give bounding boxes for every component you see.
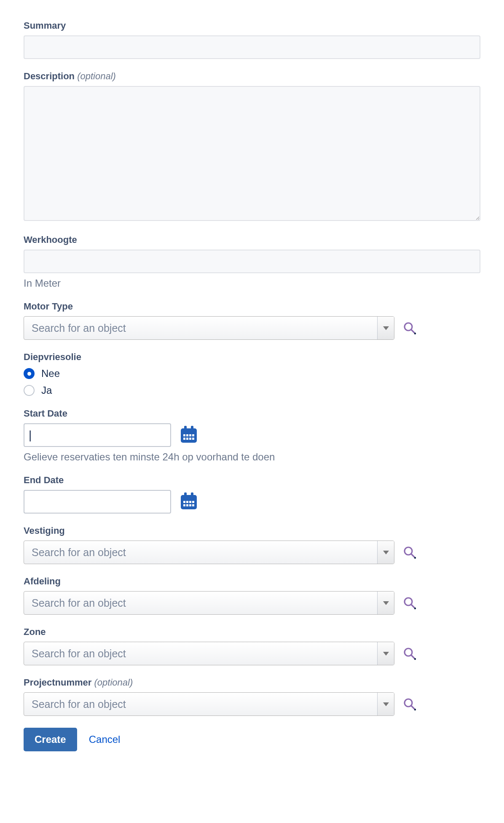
vestiging-field: Vestiging Search for an object (24, 525, 480, 564)
radio-unselected-icon (24, 385, 35, 396)
chevron-down-icon[interactable] (377, 592, 394, 614)
svg-rect-13 (192, 438, 194, 440)
werkhoogte-label: Werkhoogte (24, 234, 480, 245)
vestiging-label: Vestiging (24, 525, 480, 536)
svg-line-35 (411, 706, 414, 709)
chevron-down-icon[interactable] (377, 642, 394, 665)
svg-point-27 (414, 557, 416, 559)
projectnummer-select[interactable]: Search for an object (24, 692, 394, 716)
svg-rect-3 (181, 428, 197, 443)
description-textarea[interactable] (24, 86, 480, 221)
diepvriesolie-field: Diepvriesolie Nee Ja (24, 352, 480, 396)
create-button[interactable]: Create (24, 728, 77, 751)
end-date-field: End Date (24, 475, 480, 514)
motor-type-search-icon[interactable] (401, 320, 418, 336)
vestiging-placeholder: Search for an object (24, 541, 377, 564)
svg-line-1 (411, 330, 414, 333)
zone-field: Zone Search for an object (24, 627, 480, 665)
zone-placeholder: Search for an object (24, 642, 377, 665)
text-cursor: | (28, 424, 32, 446)
chevron-down-icon[interactable] (377, 317, 394, 339)
description-label: Description (optional) (24, 71, 480, 82)
svg-rect-5 (191, 426, 193, 430)
afdeling-select[interactable]: Search for an object (24, 591, 394, 615)
afdeling-label: Afdeling (24, 576, 480, 587)
svg-rect-16 (191, 492, 193, 497)
svg-rect-22 (186, 504, 188, 506)
svg-rect-20 (192, 501, 194, 503)
svg-rect-12 (189, 438, 191, 440)
svg-rect-24 (192, 504, 194, 506)
end-date-calendar-icon[interactable] (179, 491, 199, 513)
diepvriesolie-option-ja[interactable]: Ja (24, 385, 480, 396)
motor-type-label: Motor Type (24, 301, 480, 312)
motor-type-field: Motor Type Search for an object (24, 301, 480, 340)
radio-selected-icon (24, 368, 35, 379)
projectnummer-label: Projectnummer (optional) (24, 677, 480, 688)
description-optional: (optional) (77, 71, 116, 81)
chevron-down-icon[interactable] (377, 693, 394, 715)
diepvriesolie-label: Diepvriesolie (24, 352, 480, 363)
start-date-input[interactable]: | (24, 423, 171, 447)
svg-point-2 (414, 333, 416, 334)
werkhoogte-input[interactable] (24, 250, 480, 273)
summary-label: Summary (24, 20, 480, 31)
vestiging-search-icon[interactable] (401, 544, 418, 561)
form-actions: Create Cancel (24, 728, 480, 751)
description-label-text: Description (24, 71, 75, 81)
projectnummer-search-icon[interactable] (401, 696, 418, 713)
start-date-help: Gelieve reservaties ten minste 24h op vo… (24, 451, 480, 463)
svg-line-29 (411, 605, 414, 608)
diepvriesolie-nee-label: Nee (41, 368, 60, 379)
start-date-field: Start Date | (24, 408, 480, 463)
start-date-label: Start Date (24, 408, 480, 419)
motor-type-placeholder: Search for an object (24, 317, 377, 339)
svg-rect-4 (184, 426, 187, 430)
diepvriesolie-ja-label: Ja (41, 385, 52, 396)
projectnummer-optional: (optional) (94, 677, 133, 688)
svg-rect-21 (183, 504, 185, 506)
werkhoogte-field: Werkhoogte In Meter (24, 234, 480, 289)
end-date-label: End Date (24, 475, 480, 486)
svg-rect-11 (186, 438, 188, 440)
motor-type-select[interactable]: Search for an object (24, 316, 394, 340)
vestiging-select[interactable]: Search for an object (24, 541, 394, 564)
svg-point-33 (414, 658, 416, 660)
svg-point-36 (414, 709, 416, 710)
cancel-button[interactable]: Cancel (86, 728, 123, 751)
svg-rect-9 (192, 434, 194, 436)
projectnummer-placeholder: Search for an object (24, 693, 377, 715)
werkhoogte-help: In Meter (24, 277, 480, 289)
svg-rect-19 (189, 501, 191, 503)
zone-select[interactable]: Search for an object (24, 642, 394, 665)
diepvriesolie-option-nee[interactable]: Nee (24, 368, 480, 379)
svg-rect-15 (184, 492, 187, 497)
zone-label: Zone (24, 627, 480, 637)
end-date-input[interactable] (24, 490, 171, 514)
summary-input[interactable] (24, 35, 480, 59)
svg-rect-14 (181, 495, 197, 509)
svg-rect-10 (183, 438, 185, 440)
svg-rect-7 (186, 434, 188, 436)
projectnummer-label-text: Projectnummer (24, 677, 91, 688)
afdeling-field: Afdeling Search for an object (24, 576, 480, 615)
chevron-down-icon[interactable] (377, 541, 394, 564)
afdeling-search-icon[interactable] (401, 594, 418, 611)
svg-line-32 (411, 655, 414, 658)
svg-line-26 (411, 554, 414, 557)
svg-rect-8 (189, 434, 191, 436)
svg-rect-23 (189, 504, 191, 506)
svg-rect-17 (183, 501, 185, 503)
svg-rect-18 (186, 501, 188, 503)
projectnummer-field: Projectnummer (optional) Search for an o… (24, 677, 480, 716)
description-field: Description (optional) (24, 71, 480, 223)
afdeling-placeholder: Search for an object (24, 592, 377, 614)
svg-rect-6 (183, 434, 185, 436)
svg-point-30 (414, 608, 416, 609)
zone-search-icon[interactable] (401, 645, 418, 662)
summary-field: Summary (24, 20, 480, 59)
start-date-calendar-icon[interactable] (179, 424, 199, 446)
